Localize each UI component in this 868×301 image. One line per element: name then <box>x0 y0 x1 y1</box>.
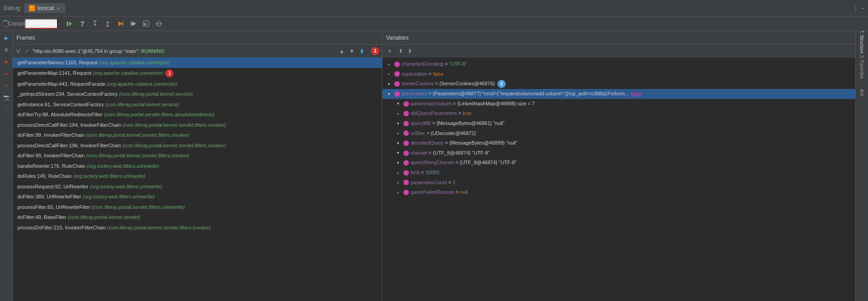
tab-label: tomcat <box>37 5 54 11</box>
add-variable-btn[interactable]: + <box>385 47 394 56</box>
tag-icon <box>394 62 400 67</box>
structure-sidebar-btn[interactable]: Z: Structure <box>857 36 867 47</box>
tomcat-tab[interactable]: T tomcat × <box>24 3 65 13</box>
frame-item[interactable]: getInstance:61, ServiceContextFactory (c… <box>13 99 382 110</box>
var-badge: 2 <box>497 80 506 88</box>
frame-item[interactable]: getParameterMap:443, RequestFacade (org.… <box>13 79 382 89</box>
running-label: "http-nio-8080-exec-1"@45,754 in group "… <box>32 48 335 54</box>
tag-icon <box>403 170 409 176</box>
frames-list[interactable]: getParameterNames:1165, Request (org.apa… <box>13 57 382 301</box>
variable-item[interactable]: ▸ limit = 10000 <box>382 168 855 178</box>
debug-label: Debug: <box>4 5 21 11</box>
step-out-button[interactable] <box>102 18 114 30</box>
variables-up-btn[interactable]: ⬆ <box>396 47 405 56</box>
evaluate-button[interactable]: ▶ <box>140 18 152 30</box>
mute-side-btn[interactable]: ⊙ <box>1 80 11 90</box>
frame-item[interactable]: processFilter:65, UrlRewriteFilter (com.… <box>13 202 382 213</box>
variable-item[interactable]: ▾ charset = {UTF_8@46874} "UTF-8" <box>382 148 855 158</box>
frame-item[interactable]: processDoFilter:215, InvokerFilterChain … <box>13 223 382 233</box>
resume-button[interactable] <box>63 18 75 30</box>
frame-item[interactable]: getParameterMap:1141, Request (org.apach… <box>13 68 382 79</box>
main-content: ▶ ⏸ ■ ● ⊙ 📷 ⋮ Frames ✓ "http-nio-8080-ex… <box>0 31 868 301</box>
variable-item[interactable]: ▸ expectation = false <box>382 69 855 79</box>
more-side-btn[interactable]: ⋮ <box>1 104 11 114</box>
frame-item[interactable]: handleRewrite:176, RuleChain (org.tuckey… <box>13 161 382 171</box>
variable-item[interactable]: ▸ didQueryParameters = true <box>382 109 855 119</box>
variable-item[interactable]: ▸ urlDec = {UDecoder@46872} <box>382 129 855 139</box>
frame-item[interactable]: processRequest:92, UrlRewriter (org.tuck… <box>13 182 382 192</box>
variable-item[interactable]: ▾ serverCookies = {ServerCookies@46876} … <box>382 79 855 89</box>
tag-icon <box>403 121 409 126</box>
variable-item[interactable]: ▸ parameterCount = 7 <box>382 178 855 188</box>
svg-marker-4 <box>81 25 84 26</box>
frames-panel: Frames ✓ "http-nio-8080-exec-1"@45,754 i… <box>13 31 382 301</box>
play-side-btn[interactable]: ▶ <box>1 33 11 43</box>
variables-title: Variables <box>386 35 408 41</box>
variable-item[interactable]: ▾ parameters = {Parameters@46877} *cmd={… <box>382 89 855 99</box>
frames-title: Frames <box>16 35 35 41</box>
frame-item[interactable]: doFilter:99, InvokerFilterChain (com.lif… <box>13 150 382 161</box>
funnel-icon[interactable]: ⧫ <box>357 47 366 56</box>
var-eq: = <box>449 179 451 187</box>
var-value: 10000 <box>425 169 439 177</box>
variable-item[interactable]: ▾ decodedQuery = {MessageBytes@46899} "n… <box>382 138 855 148</box>
frame-item[interactable]: processDirectCallFilter:194, InvokerFilt… <box>13 120 382 130</box>
view-breakpoints-button[interactable] <box>153 18 165 30</box>
pause-side-btn[interactable]: ⏸ <box>1 45 11 55</box>
variable-item[interactable]: ▾ paramHashValues = {LinkedHashMap@46898… <box>382 99 855 109</box>
stop-side-btn[interactable]: ■ <box>1 57 11 67</box>
bp-side-btn[interactable]: ● <box>1 68 11 78</box>
var-eq: = <box>429 149 431 157</box>
svg-rect-12 <box>122 21 123 26</box>
step-over-button[interactable] <box>76 18 88 30</box>
variable-item[interactable]: ▸ characterEncoding = "UTF-8" <box>382 59 855 69</box>
variable-item[interactable]: ▾ queryStringCharset = {UTF_8@46874} "UT… <box>382 158 855 168</box>
frame-item[interactable]: processDirectCallFilter:196, InvokerFilt… <box>13 140 382 151</box>
var-value: "UTF-8" <box>449 60 467 68</box>
svg-marker-1 <box>69 21 72 26</box>
reset-button[interactable] <box>127 18 139 30</box>
tab-close-btn[interactable]: × <box>56 5 61 11</box>
var-eq: = <box>432 119 435 128</box>
variables-down-btn[interactable]: ⬇ <box>405 47 414 56</box>
console-button[interactable]: Console <box>12 18 24 30</box>
var-eq: = <box>459 109 461 118</box>
var-name: didQueryParameters <box>411 109 457 118</box>
variable-item[interactable]: ▸ parseFailedReason = null <box>382 187 855 197</box>
svg-marker-14 <box>133 21 136 26</box>
var-value: {UDecoder@46872} <box>431 130 476 138</box>
var-value: true <box>463 109 471 118</box>
var-name: urlDec <box>411 130 425 138</box>
variable-item[interactable]: ▾ queryMB = {MessageBytes@46861} "null" <box>382 119 855 129</box>
up-icon[interactable]: ▼ <box>347 47 356 56</box>
frame-item[interactable]: _getInputStream:234, ServiceContextFacto… <box>13 89 382 99</box>
filter-icon[interactable]: ▲ <box>337 47 346 56</box>
running-badge: RUNNING <box>141 48 164 54</box>
frame-item[interactable]: doFilter:389, UrlRewriteFilter (org.tuck… <box>13 192 382 202</box>
frame-item[interactable]: doFilter:99, InvokerFilterChain (com.lif… <box>13 130 382 140</box>
frame-item[interactable]: doFilter:49, BaseFilter (com.liferay.por… <box>13 212 382 223</box>
view-link[interactable]: View <box>631 90 642 98</box>
svg-rect-0 <box>67 21 68 26</box>
run-to-cursor-button[interactable] <box>115 18 126 30</box>
var-value: {UTF_8@46874} "UTF-8" <box>433 149 490 157</box>
var-eq: = <box>455 188 458 197</box>
debugger-button[interactable]: Debugger <box>25 19 58 29</box>
var-name: limit <box>411 169 420 177</box>
minimize-icon[interactable]: – <box>861 5 864 11</box>
var-value: 7 <box>453 179 455 187</box>
frame-item[interactable]: doRules:145, RuleChain (org.tuckey.web.f… <box>13 171 382 182</box>
step-into-button[interactable] <box>89 18 101 30</box>
tag-icon <box>394 91 400 97</box>
variables-list[interactable]: ▸ characterEncoding = "UTF-8" ▸ expectat… <box>382 57 855 301</box>
camera-side-btn[interactable]: 📷 <box>1 92 11 102</box>
frame-item[interactable]: doFilterTry:88, AbsoluteRedirectsFilter … <box>13 109 382 120</box>
frame-item[interactable]: getParameterNames:1165, Request (org.apa… <box>13 57 382 68</box>
var-eq: = <box>429 70 431 78</box>
ant-sidebar-btn[interactable]: Ant <box>857 88 867 98</box>
more-icon[interactable]: ⋮ <box>853 5 858 11</box>
favorites-sidebar-btn[interactable]: 2: Favorites <box>857 62 867 72</box>
var-name: queryStringCharset <box>411 159 454 167</box>
var-name: characterEncoding <box>402 60 444 68</box>
tag-icon <box>394 81 400 87</box>
